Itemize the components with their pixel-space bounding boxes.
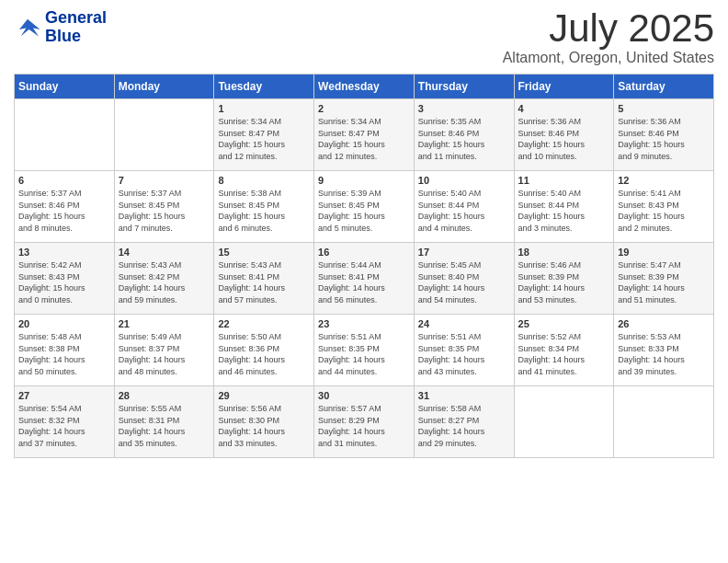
weekday-header: Sunday [15, 75, 115, 99]
calendar-cell: 3Sunrise: 5:35 AM Sunset: 8:46 PM Daylig… [414, 99, 514, 171]
day-number: 6 [18, 175, 110, 186]
day-number: 29 [218, 390, 310, 401]
calendar-cell: 7Sunrise: 5:37 AM Sunset: 8:45 PM Daylig… [114, 171, 214, 243]
day-info: Sunrise: 5:46 AM Sunset: 8:39 PM Dayligh… [518, 259, 610, 305]
day-info: Sunrise: 5:39 AM Sunset: 8:45 PM Dayligh… [318, 188, 410, 234]
day-number: 30 [318, 390, 410, 401]
day-number: 12 [618, 175, 710, 186]
day-info: Sunrise: 5:53 AM Sunset: 8:33 PM Dayligh… [618, 331, 710, 377]
day-number: 11 [518, 175, 610, 186]
day-info: Sunrise: 5:34 AM Sunset: 8:47 PM Dayligh… [318, 116, 410, 162]
day-info: Sunrise: 5:51 AM Sunset: 8:35 PM Dayligh… [418, 331, 510, 377]
day-info: Sunrise: 5:51 AM Sunset: 8:35 PM Dayligh… [318, 331, 410, 377]
calendar-cell: 21Sunrise: 5:49 AM Sunset: 8:37 PM Dayli… [114, 315, 214, 386]
calendar-cell: 25Sunrise: 5:52 AM Sunset: 8:34 PM Dayli… [514, 315, 614, 386]
day-number: 25 [518, 318, 610, 329]
day-info: Sunrise: 5:43 AM Sunset: 8:42 PM Dayligh… [119, 259, 210, 305]
calendar-week-row: 20Sunrise: 5:48 AM Sunset: 8:38 PM Dayli… [15, 315, 714, 386]
logo: General Blue [14, 9, 107, 46]
calendar-cell: 18Sunrise: 5:46 AM Sunset: 8:39 PM Dayli… [514, 243, 614, 315]
calendar-cell: 10Sunrise: 5:40 AM Sunset: 8:44 PM Dayli… [414, 171, 514, 243]
day-info: Sunrise: 5:52 AM Sunset: 8:34 PM Dayligh… [518, 331, 610, 377]
calendar-cell: 6Sunrise: 5:37 AM Sunset: 8:46 PM Daylig… [15, 171, 115, 243]
calendar-cell: 17Sunrise: 5:45 AM Sunset: 8:40 PM Dayli… [414, 243, 514, 315]
day-number: 24 [418, 318, 510, 329]
calendar-cell: 19Sunrise: 5:47 AM Sunset: 8:39 PM Dayli… [614, 243, 714, 315]
day-number: 22 [218, 318, 310, 329]
calendar-cell: 20Sunrise: 5:48 AM Sunset: 8:38 PM Dayli… [15, 315, 115, 386]
day-number: 15 [218, 247, 310, 258]
day-info: Sunrise: 5:48 AM Sunset: 8:38 PM Dayligh… [18, 331, 110, 377]
day-info: Sunrise: 5:41 AM Sunset: 8:43 PM Dayligh… [618, 188, 710, 234]
day-number: 9 [318, 175, 410, 186]
calendar-week-row: 13Sunrise: 5:42 AM Sunset: 8:43 PM Dayli… [15, 243, 714, 315]
day-number: 18 [518, 247, 610, 258]
day-info: Sunrise: 5:55 AM Sunset: 8:31 PM Dayligh… [119, 403, 210, 449]
day-number: 3 [418, 103, 510, 114]
calendar-cell: 16Sunrise: 5:44 AM Sunset: 8:41 PM Dayli… [314, 243, 415, 315]
day-number: 1 [218, 103, 310, 114]
weekday-header: Thursday [414, 75, 514, 99]
calendar-cell: 1Sunrise: 5:34 AM Sunset: 8:47 PM Daylig… [214, 99, 314, 171]
day-info: Sunrise: 5:42 AM Sunset: 8:43 PM Dayligh… [18, 259, 110, 305]
calendar-cell: 22Sunrise: 5:50 AM Sunset: 8:36 PM Dayli… [214, 315, 314, 386]
month-title: July 2025 [503, 9, 714, 48]
day-info: Sunrise: 5:36 AM Sunset: 8:46 PM Dayligh… [618, 116, 710, 162]
calendar-cell: 23Sunrise: 5:51 AM Sunset: 8:35 PM Dayli… [314, 315, 415, 386]
svg-marker-0 [19, 18, 40, 36]
calendar-cell: 2Sunrise: 5:34 AM Sunset: 8:47 PM Daylig… [314, 99, 415, 171]
day-info: Sunrise: 5:44 AM Sunset: 8:41 PM Dayligh… [318, 259, 410, 305]
calendar-cell [614, 386, 714, 458]
day-number: 4 [518, 103, 610, 114]
calendar-cell: 14Sunrise: 5:43 AM Sunset: 8:42 PM Dayli… [114, 243, 214, 315]
day-number: 31 [418, 390, 510, 401]
weekday-header: Tuesday [214, 75, 314, 99]
weekday-header: Wednesday [314, 75, 415, 99]
day-number: 13 [18, 247, 110, 258]
day-number: 19 [618, 247, 710, 258]
day-info: Sunrise: 5:40 AM Sunset: 8:44 PM Dayligh… [418, 188, 510, 234]
calendar-table: SundayMondayTuesdayWednesdayThursdayFrid… [14, 74, 714, 458]
day-number: 28 [119, 390, 210, 401]
day-info: Sunrise: 5:35 AM Sunset: 8:46 PM Dayligh… [418, 116, 510, 162]
day-info: Sunrise: 5:37 AM Sunset: 8:45 PM Dayligh… [119, 188, 210, 234]
calendar-cell: 15Sunrise: 5:43 AM Sunset: 8:41 PM Dayli… [214, 243, 314, 315]
calendar-week-row: 27Sunrise: 5:54 AM Sunset: 8:32 PM Dayli… [15, 386, 714, 458]
calendar-cell [15, 99, 115, 171]
day-number: 20 [18, 318, 110, 329]
day-number: 17 [418, 247, 510, 258]
day-info: Sunrise: 5:40 AM Sunset: 8:44 PM Dayligh… [518, 188, 610, 234]
day-number: 5 [618, 103, 710, 114]
day-number: 8 [218, 175, 310, 186]
day-info: Sunrise: 5:38 AM Sunset: 8:45 PM Dayligh… [218, 188, 310, 234]
calendar-cell: 13Sunrise: 5:42 AM Sunset: 8:43 PM Dayli… [15, 243, 115, 315]
title-block: July 2025 Altamont, Oregon, United State… [503, 9, 714, 66]
calendar-cell: 29Sunrise: 5:56 AM Sunset: 8:30 PM Dayli… [214, 386, 314, 458]
day-info: Sunrise: 5:49 AM Sunset: 8:37 PM Dayligh… [119, 331, 210, 377]
calendar-cell [514, 386, 614, 458]
calendar-cell: 4Sunrise: 5:36 AM Sunset: 8:46 PM Daylig… [514, 99, 614, 171]
calendar-cell: 11Sunrise: 5:40 AM Sunset: 8:44 PM Dayli… [514, 171, 614, 243]
logo-text: General Blue [45, 9, 107, 46]
calendar-cell: 27Sunrise: 5:54 AM Sunset: 8:32 PM Dayli… [15, 386, 115, 458]
calendar-cell: 9Sunrise: 5:39 AM Sunset: 8:45 PM Daylig… [314, 171, 415, 243]
logo-bird-icon [14, 15, 41, 40]
day-number: 23 [318, 318, 410, 329]
day-info: Sunrise: 5:37 AM Sunset: 8:46 PM Dayligh… [18, 188, 110, 234]
calendar-cell: 12Sunrise: 5:41 AM Sunset: 8:43 PM Dayli… [614, 171, 714, 243]
day-info: Sunrise: 5:36 AM Sunset: 8:46 PM Dayligh… [518, 116, 610, 162]
day-number: 2 [318, 103, 410, 114]
calendar-cell [114, 99, 214, 171]
calendar-body: 1Sunrise: 5:34 AM Sunset: 8:47 PM Daylig… [15, 99, 714, 458]
calendar-cell: 30Sunrise: 5:57 AM Sunset: 8:29 PM Dayli… [314, 386, 415, 458]
weekday-header: Monday [114, 75, 214, 99]
calendar-cell: 24Sunrise: 5:51 AM Sunset: 8:35 PM Dayli… [414, 315, 514, 386]
calendar-cell: 28Sunrise: 5:55 AM Sunset: 8:31 PM Dayli… [114, 386, 214, 458]
weekday-header: Saturday [614, 75, 714, 99]
day-number: 16 [318, 247, 410, 258]
day-info: Sunrise: 5:58 AM Sunset: 8:27 PM Dayligh… [418, 403, 510, 449]
calendar-cell: 31Sunrise: 5:58 AM Sunset: 8:27 PM Dayli… [414, 386, 514, 458]
calendar-cell: 26Sunrise: 5:53 AM Sunset: 8:33 PM Dayli… [614, 315, 714, 386]
day-info: Sunrise: 5:54 AM Sunset: 8:32 PM Dayligh… [18, 403, 110, 449]
page-header: General Blue July 2025 Altamont, Oregon,… [14, 9, 714, 66]
